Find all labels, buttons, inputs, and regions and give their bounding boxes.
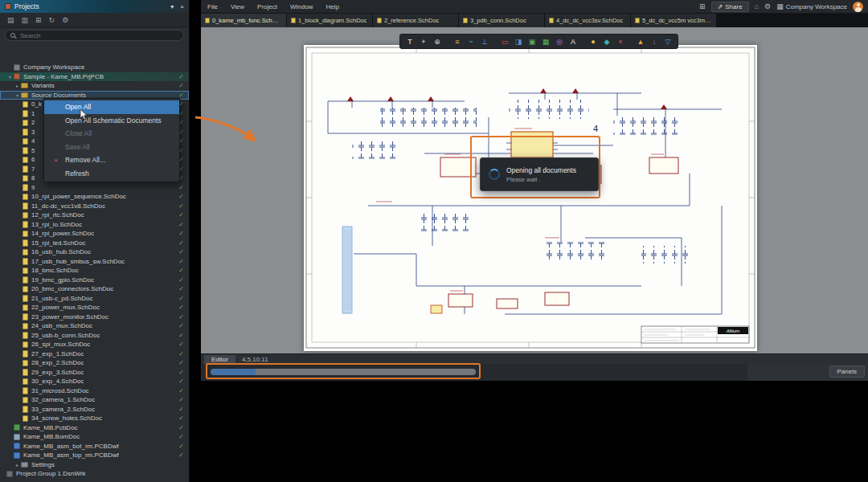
tree-item-document[interactable]: 11_dc-dc_vcc1v8.SchDoc ✓ <box>0 202 189 211</box>
folder-icon <box>21 83 28 88</box>
tree-item-document[interactable]: 28_exp_2.SchDoc ✓ <box>0 358 189 368</box>
tree-item-document[interactable]: 31_microsd.SchDoc ✓ <box>0 386 189 396</box>
tree-item-document[interactable]: 12_rpi_rtc.SchDoc ✓ <box>0 210 189 220</box>
tree-item-document[interactable]: 33_camera_2.SchDoc ✓ <box>0 405 189 415</box>
tree-item-settings[interactable]: ▸ Settings <box>0 460 189 470</box>
tree-item-document[interactable]: 23_power_monitor.SchDoc ✓ <box>0 312 189 322</box>
projects-panel-header[interactable]: Projects ▾ × <box>0 0 189 13</box>
tree-item-document[interactable]: 24_usb_mux.SchDoc ✓ <box>0 321 189 331</box>
home-icon[interactable]: ⌂ <box>755 2 759 10</box>
schematic-tool-button[interactable]: ↓ <box>648 35 661 47</box>
schematic-tool-button[interactable]: ● <box>587 35 600 47</box>
schematic-tool-button[interactable]: × <box>614 35 627 47</box>
tree-item-document[interactable]: 34_screw_holes.SchDoc ✓ <box>0 414 189 423</box>
panel-header-icon[interactable]: ▾ <box>170 3 174 10</box>
tree-item-document[interactable]: 20_bmc_connectors.SchDoc ✓ <box>0 284 189 294</box>
tree-item-document[interactable]: 32_camera_1.SchDoc ✓ <box>0 395 189 405</box>
context-menu-item[interactable]: Save All <box>44 141 179 154</box>
tree-item-document[interactable]: 25_usb-b_conn.SchDoc ✓ <box>0 331 189 341</box>
menu-item[interactable]: Project <box>251 0 284 13</box>
tree-item-document[interactable]: Kame_MB.BomDoc ✓ <box>0 432 189 442</box>
tree-item-variants[interactable]: ▸ Variants ✓ <box>0 81 189 91</box>
tree-item-document[interactable]: 18_bmc.SchDoc ✓ <box>0 266 189 276</box>
document-tab[interactable]: 5_dc_dc_vcc5m vcc3m.SchDoc <box>631 14 717 27</box>
viewport-grid-icon[interactable]: ⊞ <box>699 2 706 10</box>
tree-item-document[interactable]: 26_spi_mux.SchDoc ✓ <box>0 340 189 349</box>
highlighted-ic[interactable] <box>511 132 553 157</box>
check-icon: ✓ <box>175 202 184 210</box>
menu-item[interactable]: Help <box>319 0 345 13</box>
schematic-tool-button[interactable]: ◎ <box>553 35 566 47</box>
menu-item[interactable]: View <box>224 0 251 13</box>
document-tab[interactable]: 3_pdb_conn.SchDoc <box>459 14 545 27</box>
tree-item-document[interactable]: 16_usb_hub.SchDoc ✓ <box>0 247 189 257</box>
schematic-tool-button[interactable]: A <box>567 35 579 47</box>
tree-item-document[interactable]: 22_power_mux.SchDoc ✓ <box>0 303 189 312</box>
tree-item-document[interactable]: 21_usb-c_pd.SchDoc ✓ <box>0 294 189 304</box>
schematic-tool-button[interactable]: ⊕ <box>431 35 444 47</box>
panel-header-icon[interactable]: × <box>180 3 184 10</box>
panel-tool-icon[interactable]: ⊞ <box>35 16 42 24</box>
schdoc-icon <box>23 129 28 136</box>
tree-item-document[interactable]: Kame_MB_asm_top_rm.PCBDwf ✓ <box>0 451 189 460</box>
tree-item-document[interactable]: 19_bmc_gpio.SchDoc ✓ <box>0 276 189 285</box>
expand-icon[interactable]: ▾ <box>14 92 21 98</box>
schematic-tool-button[interactable]: ◆ <box>600 35 613 47</box>
expand-icon[interactable]: ▸ <box>14 462 21 468</box>
schematic-tool-button[interactable]: ≡ <box>451 35 464 47</box>
context-menu-item[interactable]: Open All Schematic Documents <box>44 114 179 128</box>
schematic-tool-button[interactable]: ⊥ <box>478 35 491 47</box>
panel-tool-icon[interactable]: ▥ <box>22 16 29 24</box>
tree-item-document[interactable]: 17_usb_hub_smbus_sw.SchDoc ✓ <box>0 257 189 267</box>
menu-item[interactable]: Window <box>284 0 319 13</box>
document-tab[interactable]: 1_block_diagram.SchDoc <box>287 14 373 27</box>
tree-item-document[interactable]: 27_exp_1.SchDoc ✓ <box>0 349 189 359</box>
avatar[interactable] <box>853 2 863 12</box>
document-tab[interactable]: 0_kame_mb_func.SchDoc <box>201 14 287 27</box>
tree-item-project-group[interactable]: Project Group 1.DsnWrk <box>0 469 189 479</box>
check-icon: ✓ <box>175 378 184 385</box>
document-tab[interactable]: 2_reference.SchDoc <box>373 14 459 27</box>
schematic-tool-button[interactable]: T <box>403 35 416 47</box>
schematic-tool-button[interactable]: ~ <box>465 35 477 47</box>
panels-button[interactable]: Panels <box>829 366 865 378</box>
tree-item-document[interactable]: 15_rpi_led.SchDoc ✓ <box>0 239 189 248</box>
menu-item[interactable]: File <box>201 0 224 13</box>
panel-tool-icon[interactable]: ↻ <box>49 16 55 24</box>
schematic-tool-button[interactable]: ▲ <box>634 35 647 47</box>
panel-tool-icon[interactable]: ⚙ <box>62 16 68 24</box>
workspace-label[interactable]: ▦ Company Workspace <box>776 2 847 10</box>
expand-icon[interactable]: ▸ <box>14 83 21 88</box>
tree-item-document[interactable]: 30_exp_4.SchDoc ✓ <box>0 377 189 386</box>
tree-item-document[interactable]: Kame_MB_asm_bot_rm.PCBDwf ✓ <box>0 442 189 451</box>
schematic-sheet[interactable]: 4 Altium <box>304 45 757 351</box>
schematic-tool-button[interactable]: ◨ <box>512 35 525 47</box>
tree-item-document[interactable]: 29_exp_3.SchDoc ✓ <box>0 368 189 378</box>
tree-item-document[interactable]: Kame_MB.PcbDoc ✓ <box>0 423 189 433</box>
tree-item-workspace[interactable]: Company Workspace <box>0 63 189 72</box>
check-icon: ✓ <box>175 248 184 255</box>
schematic-tool-button[interactable]: + <box>417 35 430 47</box>
context-menu-item[interactable]: Open All <box>44 100 179 114</box>
tree-item-project[interactable]: ▾ Sample - Kame_MB.PrjPCB ✓ <box>0 72 189 82</box>
tree-item-document[interactable]: 14_rpi_power.SchDoc ✓ <box>0 229 189 239</box>
schematic-tool-button[interactable]: ▣ <box>526 35 538 47</box>
search-box[interactable] <box>5 30 184 41</box>
document-tab[interactable]: 4_dc_dc_vcc3sv.SchDoc <box>545 14 631 27</box>
share-button[interactable]: ⇗ Share <box>711 2 749 12</box>
progress-fill <box>211 369 256 375</box>
tree-item-document[interactable]: 10_rpi_power_sequence.SchDoc ✓ <box>0 192 189 202</box>
tree-item-document-partial[interactable]: 9 ✓ <box>0 183 189 193</box>
schematic-tool-button[interactable]: ▭ <box>498 35 511 47</box>
schematic-tool-button[interactable]: ▽ <box>661 35 674 47</box>
context-menu-item[interactable]: Close All <box>44 127 179 141</box>
gear-icon[interactable]: ⚙ <box>764 2 771 10</box>
context-menu-item[interactable]: × Remove All... <box>44 153 179 167</box>
expand-icon[interactable]: ▾ <box>6 74 14 80</box>
search-input[interactable] <box>18 31 178 40</box>
panel-tool-icon[interactable]: ▤ <box>7 16 14 24</box>
tree-item-document[interactable]: 13_rpi_io.SchDoc ✓ <box>0 220 189 230</box>
schematic-tool-button[interactable]: ▦ <box>539 35 552 47</box>
context-menu-item[interactable]: Refresh <box>44 167 179 181</box>
editor-chip[interactable]: Editor <box>204 355 235 364</box>
